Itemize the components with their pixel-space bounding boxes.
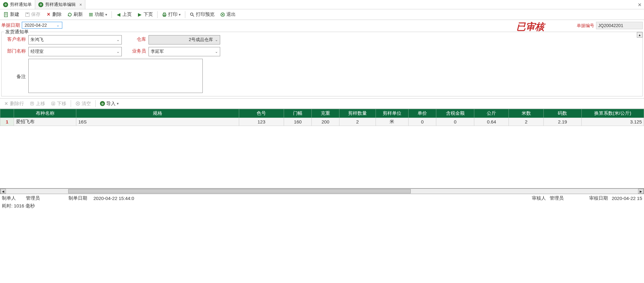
search-icon (190, 12, 195, 17)
col-qty[interactable]: 剪样数量 (339, 109, 376, 118)
horizontal-scrollbar[interactable]: ◀ ▶ (0, 188, 644, 194)
col-price[interactable]: 单价 (409, 109, 436, 118)
clear-button: 清空 (73, 100, 93, 107)
auditor-value: 管理员 (550, 195, 564, 201)
cell-ratio[interactable]: 3.125 (581, 118, 644, 126)
create-date-value: 2020-04-22 15:44:0 (93, 196, 134, 201)
cell-price[interactable]: 0 (409, 118, 436, 126)
cell-width[interactable]: 160 (284, 118, 312, 126)
collapse-button[interactable]: ▴ (637, 32, 642, 38)
warehouse-select[interactable]: 2号成品仓库 ⌄ (149, 35, 220, 44)
delete-label: 删除 (52, 12, 62, 17)
grid-toolbar: × 删除行 上移 下移 清空 ⊕ 导入 ▾ (0, 98, 644, 109)
tab-close-icon[interactable]: × (79, 2, 82, 7)
cell-qty[interactable]: 2 (339, 118, 376, 126)
audit-date-value: 2020-04-22 15 (612, 196, 642, 201)
clear-label: 清空 (82, 101, 91, 107)
next-label: 下页 (144, 12, 153, 17)
x-icon: × (4, 101, 9, 106)
auditor-label: 审核人 (532, 195, 546, 201)
warehouse-value: 2号成品仓库 (189, 37, 213, 43)
cell-meters[interactable]: 2 (509, 118, 543, 126)
fieldset-legend: 发货通知单 (4, 29, 30, 35)
prev-label: 上页 (122, 12, 132, 17)
separator (111, 11, 112, 18)
refresh-label: 刷新 (73, 12, 83, 17)
dept-select[interactable]: 经理室 ⌄ (28, 47, 122, 56)
print-button[interactable]: 打印 ▾ (159, 11, 183, 18)
cell-unit[interactable]: 米 (376, 118, 409, 126)
triangle-left-icon: ◀ (116, 12, 121, 17)
import-button[interactable]: ⊕ 导入 ▾ (97, 100, 121, 107)
doc-no-field: JQ20042201 (596, 22, 643, 29)
footer-bar: 制单人 管理员 制单日期 2020-04-22 15:44:0 审核人 管理员 … (0, 194, 644, 202)
col-width[interactable]: 门幅 (284, 109, 312, 118)
new-icon (4, 12, 9, 17)
col-meters[interactable]: 米数 (509, 109, 543, 118)
exit-icon (220, 12, 225, 17)
col-cloth[interactable]: 布种名称 (14, 109, 76, 118)
grid-empty-area (0, 126, 644, 188)
scroll-right-icon[interactable]: ▶ (638, 189, 644, 194)
chevron-down-icon: ⌄ (116, 49, 120, 54)
cell-colorno[interactable]: 123 (239, 118, 284, 126)
new-button[interactable]: 新建 (1, 11, 22, 18)
svg-rect-0 (4, 12, 7, 17)
tab-list[interactable]: ⊕ 剪样通知单 (0, 0, 35, 9)
preview-button[interactable]: 打印预览 (187, 11, 217, 18)
import-label: 导入 (106, 101, 116, 107)
cell-amount[interactable]: 0 (436, 118, 474, 126)
table-row[interactable]: 1 爱招飞布 16S 123 160 200 2 米 0 0 0.64 2 2.… (0, 118, 644, 126)
col-unit[interactable]: 剪样单位 (376, 109, 409, 118)
svg-line-13 (193, 15, 194, 16)
cell-cloth[interactable]: 爱招飞布 (14, 118, 76, 126)
functions-button[interactable]: 功能 ▾ (86, 11, 110, 18)
scroll-left-icon[interactable]: ◀ (0, 189, 6, 194)
data-grid: 布种名称 规格 色号 门幅 克重 剪样数量 剪样单位 单价 含税金额 公斤 米数… (0, 109, 644, 188)
tab-label: 剪样通知单编辑 (45, 2, 76, 7)
svg-rect-10 (163, 13, 165, 14)
print-icon (162, 12, 167, 17)
move-down-button: 下移 (48, 100, 69, 107)
window-close-icon[interactable]: × (638, 1, 642, 8)
col-ratio[interactable]: 换算系数(米/公斤) (581, 109, 644, 118)
svg-point-12 (191, 13, 193, 15)
refresh-button[interactable]: 刷新 (65, 11, 85, 18)
cell-weight[interactable]: 200 (312, 118, 339, 126)
salesperson-value: 李延军 (151, 49, 164, 54)
remark-textarea[interactable] (28, 59, 203, 93)
audit-stamp: 已审核 (516, 21, 544, 33)
col-amount[interactable]: 含税金额 (436, 109, 474, 118)
scroll-thumb[interactable] (68, 189, 411, 193)
date-input[interactable]: 2020-04-22 ⌄ (22, 22, 62, 29)
col-kg[interactable]: 公斤 (474, 109, 509, 118)
cell-yards[interactable]: 2.19 (543, 118, 581, 126)
prev-button[interactable]: ◀ 上页 (114, 11, 134, 18)
col-spec[interactable]: 规格 (76, 109, 239, 118)
svg-rect-5 (26, 13, 28, 14)
tab-edit[interactable]: ⊕ 剪样通知单编辑 × (35, 0, 85, 9)
separator (185, 11, 185, 18)
exit-button[interactable]: 退出 (218, 11, 238, 18)
main-toolbar: 新建 保存 × 删除 刷新 功能 ▾ ◀ 上页 ▶ 下页 打印 ▾ 打印预览 退… (0, 9, 644, 20)
cell-kg[interactable]: 0.64 (474, 118, 509, 126)
globe-icon: ⊕ (3, 2, 8, 7)
salesperson-select[interactable]: 李延军 ⌄ (149, 47, 220, 56)
date-value: 2020-04-22 (25, 23, 47, 28)
header-row: 单据日期 2020-04-22 ⌄ 已审核 单据编号 JQ20042201 (0, 20, 644, 30)
customer-select[interactable]: 朱鸿飞 ⌄ (28, 35, 122, 44)
preview-label: 打印预览 (196, 12, 215, 17)
scroll-track[interactable] (6, 189, 638, 194)
arrow-down-icon (51, 101, 56, 106)
col-colorno[interactable]: 色号 (239, 109, 284, 118)
move-down-label: 下移 (57, 101, 66, 107)
next-button[interactable]: ▶ 下页 (135, 11, 155, 18)
globe-icon: ⊕ (38, 2, 43, 7)
col-weight[interactable]: 克重 (312, 109, 339, 118)
creator-label: 制单人 (2, 195, 16, 201)
remark-label: 备注 (4, 72, 26, 80)
col-rownum[interactable] (0, 109, 14, 118)
col-yards[interactable]: 码数 (543, 109, 581, 118)
delete-button[interactable]: × 删除 (44, 11, 64, 18)
cell-spec[interactable]: 16S (76, 118, 239, 126)
